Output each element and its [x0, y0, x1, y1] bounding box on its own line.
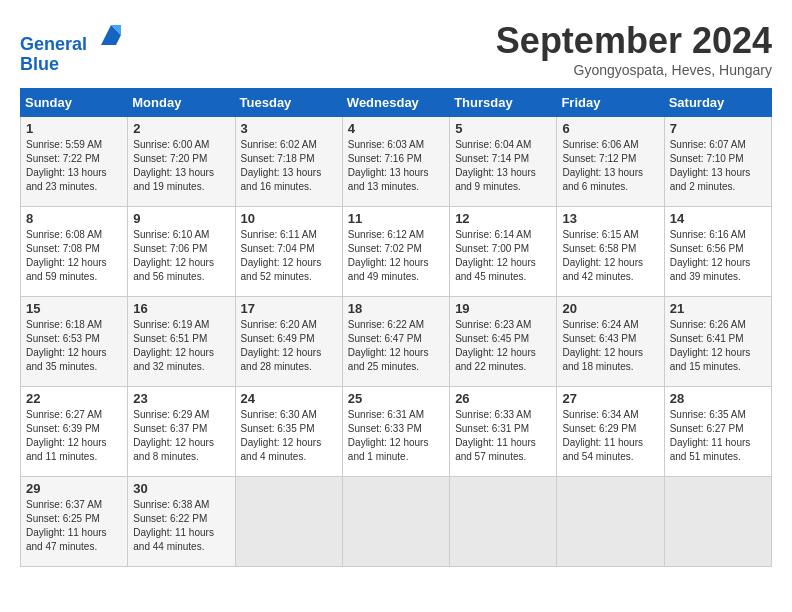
day-number: 20 — [562, 301, 658, 316]
calendar-cell: 18Sunrise: 6:22 AM Sunset: 6:47 PM Dayli… — [342, 297, 449, 387]
day-number: 8 — [26, 211, 122, 226]
day-detail: Sunrise: 6:26 AM Sunset: 6:41 PM Dayligh… — [670, 318, 766, 374]
day-detail: Sunrise: 6:15 AM Sunset: 6:58 PM Dayligh… — [562, 228, 658, 284]
day-detail: Sunrise: 6:38 AM Sunset: 6:22 PM Dayligh… — [133, 498, 229, 554]
calendar-cell: 12Sunrise: 6:14 AM Sunset: 7:00 PM Dayli… — [450, 207, 557, 297]
weekday-header-friday: Friday — [557, 89, 664, 117]
calendar-cell — [557, 477, 664, 567]
calendar-cell: 22Sunrise: 6:27 AM Sunset: 6:39 PM Dayli… — [21, 387, 128, 477]
title-block: September 2024 Gyongyospata, Heves, Hung… — [496, 20, 772, 78]
weekday-header-monday: Monday — [128, 89, 235, 117]
calendar-cell: 19Sunrise: 6:23 AM Sunset: 6:45 PM Dayli… — [450, 297, 557, 387]
weekday-header-wednesday: Wednesday — [342, 89, 449, 117]
day-number: 10 — [241, 211, 337, 226]
day-number: 19 — [455, 301, 551, 316]
day-number: 12 — [455, 211, 551, 226]
day-number: 7 — [670, 121, 766, 136]
calendar-cell: 21Sunrise: 6:26 AM Sunset: 6:41 PM Dayli… — [664, 297, 771, 387]
day-number: 27 — [562, 391, 658, 406]
logo-text: General — [20, 20, 126, 55]
calendar-cell: 4Sunrise: 6:03 AM Sunset: 7:16 PM Daylig… — [342, 117, 449, 207]
day-detail: Sunrise: 6:10 AM Sunset: 7:06 PM Dayligh… — [133, 228, 229, 284]
weekday-header-sunday: Sunday — [21, 89, 128, 117]
weekday-header-tuesday: Tuesday — [235, 89, 342, 117]
day-detail: Sunrise: 6:18 AM Sunset: 6:53 PM Dayligh… — [26, 318, 122, 374]
calendar-cell: 15Sunrise: 6:18 AM Sunset: 6:53 PM Dayli… — [21, 297, 128, 387]
day-detail: Sunrise: 6:07 AM Sunset: 7:10 PM Dayligh… — [670, 138, 766, 194]
calendar-cell: 16Sunrise: 6:19 AM Sunset: 6:51 PM Dayli… — [128, 297, 235, 387]
day-detail: Sunrise: 6:12 AM Sunset: 7:02 PM Dayligh… — [348, 228, 444, 284]
calendar-cell — [664, 477, 771, 567]
weekday-header-thursday: Thursday — [450, 89, 557, 117]
day-number: 18 — [348, 301, 444, 316]
calendar-cell — [235, 477, 342, 567]
calendar-cell: 25Sunrise: 6:31 AM Sunset: 6:33 PM Dayli… — [342, 387, 449, 477]
day-number: 23 — [133, 391, 229, 406]
calendar-cell: 7Sunrise: 6:07 AM Sunset: 7:10 PM Daylig… — [664, 117, 771, 207]
day-number: 3 — [241, 121, 337, 136]
day-detail: Sunrise: 5:59 AM Sunset: 7:22 PM Dayligh… — [26, 138, 122, 194]
day-number: 13 — [562, 211, 658, 226]
day-number: 29 — [26, 481, 122, 496]
day-number: 17 — [241, 301, 337, 316]
logo-icon — [96, 20, 126, 50]
calendar-cell: 20Sunrise: 6:24 AM Sunset: 6:43 PM Dayli… — [557, 297, 664, 387]
calendar-cell: 10Sunrise: 6:11 AM Sunset: 7:04 PM Dayli… — [235, 207, 342, 297]
calendar-cell: 17Sunrise: 6:20 AM Sunset: 6:49 PM Dayli… — [235, 297, 342, 387]
day-detail: Sunrise: 6:37 AM Sunset: 6:25 PM Dayligh… — [26, 498, 122, 554]
calendar-table: SundayMondayTuesdayWednesdayThursdayFrid… — [20, 88, 772, 567]
logo-blue-text: Blue — [20, 55, 126, 75]
day-detail: Sunrise: 6:22 AM Sunset: 6:47 PM Dayligh… — [348, 318, 444, 374]
day-number: 21 — [670, 301, 766, 316]
week-row-1: 1Sunrise: 5:59 AM Sunset: 7:22 PM Daylig… — [21, 117, 772, 207]
day-number: 5 — [455, 121, 551, 136]
day-detail: Sunrise: 6:02 AM Sunset: 7:18 PM Dayligh… — [241, 138, 337, 194]
day-detail: Sunrise: 6:04 AM Sunset: 7:14 PM Dayligh… — [455, 138, 551, 194]
day-detail: Sunrise: 6:00 AM Sunset: 7:20 PM Dayligh… — [133, 138, 229, 194]
day-detail: Sunrise: 6:31 AM Sunset: 6:33 PM Dayligh… — [348, 408, 444, 464]
calendar-cell: 3Sunrise: 6:02 AM Sunset: 7:18 PM Daylig… — [235, 117, 342, 207]
calendar-cell: 24Sunrise: 6:30 AM Sunset: 6:35 PM Dayli… — [235, 387, 342, 477]
calendar-cell: 27Sunrise: 6:34 AM Sunset: 6:29 PM Dayli… — [557, 387, 664, 477]
month-title: September 2024 — [496, 20, 772, 62]
day-detail: Sunrise: 6:34 AM Sunset: 6:29 PM Dayligh… — [562, 408, 658, 464]
day-detail: Sunrise: 6:27 AM Sunset: 6:39 PM Dayligh… — [26, 408, 122, 464]
calendar-cell: 5Sunrise: 6:04 AM Sunset: 7:14 PM Daylig… — [450, 117, 557, 207]
day-detail: Sunrise: 6:33 AM Sunset: 6:31 PM Dayligh… — [455, 408, 551, 464]
calendar-cell — [342, 477, 449, 567]
calendar-cell — [450, 477, 557, 567]
day-number: 24 — [241, 391, 337, 406]
page-header: General Blue September 2024 Gyongyospata… — [20, 20, 772, 78]
calendar-cell: 29Sunrise: 6:37 AM Sunset: 6:25 PM Dayli… — [21, 477, 128, 567]
day-detail: Sunrise: 6:08 AM Sunset: 7:08 PM Dayligh… — [26, 228, 122, 284]
day-detail: Sunrise: 6:06 AM Sunset: 7:12 PM Dayligh… — [562, 138, 658, 194]
calendar-cell: 2Sunrise: 6:00 AM Sunset: 7:20 PM Daylig… — [128, 117, 235, 207]
location-subtitle: Gyongyospata, Heves, Hungary — [496, 62, 772, 78]
day-detail: Sunrise: 6:24 AM Sunset: 6:43 PM Dayligh… — [562, 318, 658, 374]
calendar-cell: 26Sunrise: 6:33 AM Sunset: 6:31 PM Dayli… — [450, 387, 557, 477]
day-number: 6 — [562, 121, 658, 136]
day-detail: Sunrise: 6:20 AM Sunset: 6:49 PM Dayligh… — [241, 318, 337, 374]
calendar-cell: 8Sunrise: 6:08 AM Sunset: 7:08 PM Daylig… — [21, 207, 128, 297]
day-detail: Sunrise: 6:14 AM Sunset: 7:00 PM Dayligh… — [455, 228, 551, 284]
calendar-cell: 1Sunrise: 5:59 AM Sunset: 7:22 PM Daylig… — [21, 117, 128, 207]
calendar-cell: 11Sunrise: 6:12 AM Sunset: 7:02 PM Dayli… — [342, 207, 449, 297]
day-number: 22 — [26, 391, 122, 406]
day-number: 30 — [133, 481, 229, 496]
day-detail: Sunrise: 6:19 AM Sunset: 6:51 PM Dayligh… — [133, 318, 229, 374]
day-number: 26 — [455, 391, 551, 406]
day-detail: Sunrise: 6:16 AM Sunset: 6:56 PM Dayligh… — [670, 228, 766, 284]
week-row-4: 22Sunrise: 6:27 AM Sunset: 6:39 PM Dayli… — [21, 387, 772, 477]
day-detail: Sunrise: 6:11 AM Sunset: 7:04 PM Dayligh… — [241, 228, 337, 284]
calendar-cell: 23Sunrise: 6:29 AM Sunset: 6:37 PM Dayli… — [128, 387, 235, 477]
day-number: 28 — [670, 391, 766, 406]
calendar-cell: 13Sunrise: 6:15 AM Sunset: 6:58 PM Dayli… — [557, 207, 664, 297]
day-number: 9 — [133, 211, 229, 226]
calendar-cell: 6Sunrise: 6:06 AM Sunset: 7:12 PM Daylig… — [557, 117, 664, 207]
calendar-cell: 30Sunrise: 6:38 AM Sunset: 6:22 PM Dayli… — [128, 477, 235, 567]
calendar-cell: 28Sunrise: 6:35 AM Sunset: 6:27 PM Dayli… — [664, 387, 771, 477]
day-number: 16 — [133, 301, 229, 316]
weekday-header-saturday: Saturday — [664, 89, 771, 117]
day-detail: Sunrise: 6:23 AM Sunset: 6:45 PM Dayligh… — [455, 318, 551, 374]
day-number: 4 — [348, 121, 444, 136]
